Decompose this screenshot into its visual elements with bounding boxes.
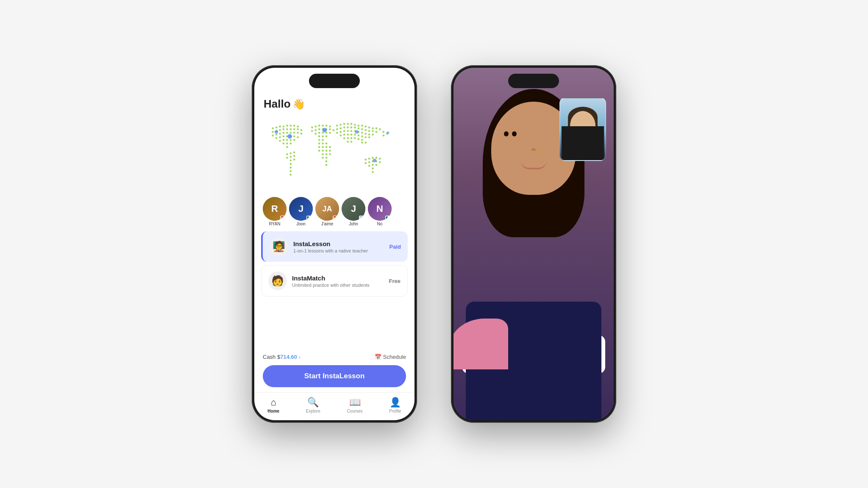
svg-rect-2 [279, 126, 281, 128]
svg-rect-7 [297, 126, 299, 128]
john-flag: 🇦🇷 [359, 216, 365, 220]
svg-rect-31 [293, 136, 295, 137]
svg-rect-74 [326, 136, 327, 137]
svg-rect-110 [343, 127, 345, 128]
svg-rect-106 [376, 128, 377, 129]
schedule-button[interactable]: 📅 Schedule [375, 354, 406, 360]
svg-rect-146 [347, 141, 348, 142]
start-instalesson-button[interactable]: Start InstaLesson [263, 365, 406, 387]
svg-rect-124 [351, 130, 352, 132]
svg-rect-35 [286, 139, 288, 141]
bottom-actions: Cash $714.60 › 📅 Schedule Start InstaLes… [254, 350, 415, 389]
nav-courses[interactable]: 📖 Courses [347, 397, 362, 413]
svg-rect-128 [365, 133, 367, 134]
svg-rect-79 [326, 143, 327, 144]
cash-display[interactable]: Cash $714.60 › [263, 354, 300, 360]
svg-rect-86 [326, 150, 327, 151]
svg-rect-113 [354, 127, 356, 128]
svg-rect-13 [290, 128, 292, 130]
svg-rect-15 [297, 128, 299, 130]
nav-profile[interactable]: 👤 Profile [389, 397, 401, 413]
instamatch-card[interactable]: 🧑 InstaMatch Unlimited practice with oth… [261, 265, 408, 297]
joon-flag: 🇲🇽 [306, 216, 312, 220]
avatar-john[interactable]: J 🇦🇷 John [342, 197, 365, 226]
svg-rect-105 [372, 128, 373, 129]
avatar-no[interactable]: N 🇲🇽 No [368, 197, 392, 226]
svg-rect-51 [290, 166, 292, 168]
svg-point-173 [387, 131, 389, 134]
svg-rect-90 [329, 153, 331, 155]
instamatch-desc: Unlimited practice with other students [292, 283, 384, 288]
avatar-jaime[interactable]: JA 🇪🇸 J'aime [315, 197, 339, 226]
jaime-flag: 🇪🇸 [333, 216, 339, 220]
instalesson-card[interactable]: 🧑‍🏫 InstaLesson 1-on-1 lessons with a na… [261, 231, 408, 262]
explore-icon: 🔍 [307, 397, 319, 408]
instamatch-icon: 🧑 [268, 272, 287, 290]
svg-point-170 [323, 128, 327, 133]
svg-rect-158 [365, 162, 367, 164]
svg-rect-156 [376, 157, 377, 158]
svg-rect-36 [290, 139, 292, 141]
instalesson-title: InstaLesson [293, 240, 384, 247]
svg-rect-42 [286, 153, 288, 155]
svg-rect-136 [358, 135, 359, 136]
avatar-photo-no: N 🇲🇽 [368, 197, 392, 221]
svg-rect-54 [311, 127, 313, 128]
avatar-joon[interactable]: J 🇲🇽 Joon [289, 197, 313, 226]
svg-rect-62 [318, 128, 320, 130]
svg-rect-59 [329, 126, 331, 128]
bottom-navigation: ⌂ Home 🔍 Explore 📖 Courses 👤 Profile [254, 392, 415, 420]
svg-rect-14 [293, 128, 295, 130]
svg-rect-103 [365, 126, 367, 128]
svg-rect-115 [361, 128, 363, 130]
avatar-ryan[interactable]: R 🇪🇸 RYAN [263, 197, 287, 226]
svg-rect-33 [279, 140, 281, 141]
svg-rect-130 [372, 134, 373, 136]
home-label: Home [267, 409, 279, 413]
svg-rect-166 [372, 168, 373, 169]
svg-rect-111 [347, 127, 348, 128]
svg-rect-114 [358, 128, 359, 129]
svg-rect-37 [293, 139, 295, 141]
svg-rect-164 [372, 164, 373, 166]
nav-explore[interactable]: 🔍 Explore [306, 397, 320, 413]
man-body [562, 126, 604, 160]
cash-label: Cash $ [263, 354, 280, 360]
svg-rect-21 [286, 132, 288, 133]
svg-rect-6 [293, 125, 295, 127]
ryan-flag: 🇪🇸 [280, 216, 286, 220]
svg-rect-73 [322, 136, 324, 137]
ryan-name: RYAN [269, 222, 281, 226]
avatar-photo-john: J 🇦🇷 [342, 197, 365, 221]
joon-name: Joon [296, 222, 306, 226]
svg-rect-25 [300, 133, 302, 134]
svg-rect-107 [379, 128, 381, 130]
svg-rect-22 [290, 132, 292, 133]
svg-rect-134 [351, 134, 352, 136]
svg-point-169 [275, 130, 278, 133]
svg-rect-49 [293, 159, 295, 161]
svg-rect-19 [279, 133, 281, 134]
instalesson-badge: Paid [389, 244, 401, 250]
svg-rect-154 [368, 158, 370, 159]
svg-rect-123 [347, 130, 348, 132]
svg-rect-43 [290, 152, 292, 154]
svg-rect-118 [372, 130, 373, 132]
app-logo: Hallo 👋 [264, 97, 405, 111]
schedule-label: Schedule [383, 354, 406, 360]
svg-rect-139 [368, 136, 370, 138]
svg-rect-28 [283, 136, 284, 137]
svg-rect-78 [322, 143, 324, 144]
home-screen: Hallo 👋 [254, 68, 415, 420]
svg-rect-147 [351, 141, 352, 142]
cash-schedule-row: Cash $714.60 › 📅 Schedule [263, 354, 406, 360]
svg-rect-8 [272, 131, 274, 133]
svg-rect-46 [290, 156, 292, 158]
svg-rect-27 [279, 136, 281, 138]
svg-rect-47 [293, 155, 295, 157]
calendar-icon: 📅 [375, 354, 381, 360]
svg-rect-17 [272, 135, 274, 136]
p2-dynamic-island [508, 74, 559, 88]
svg-rect-132 [343, 134, 345, 136]
nav-home[interactable]: ⌂ Home [267, 397, 279, 413]
